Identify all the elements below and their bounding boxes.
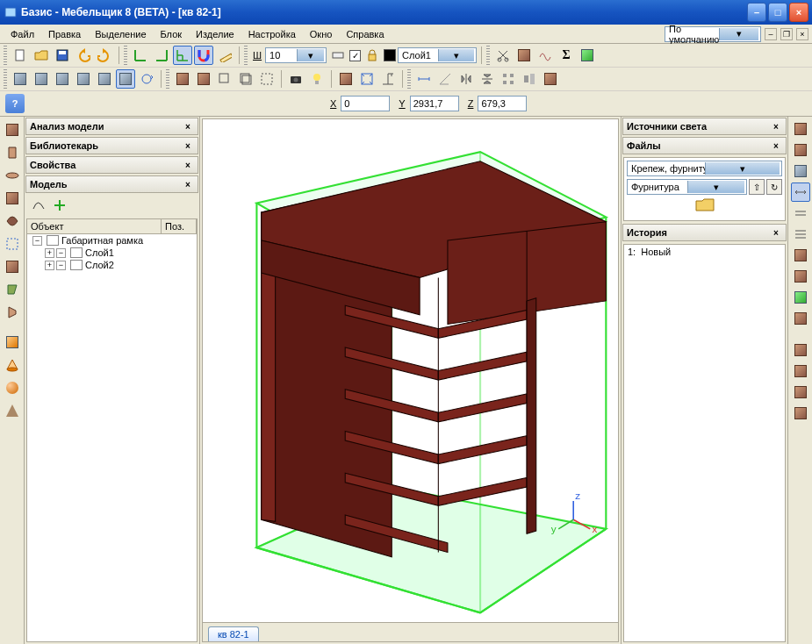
expand-icon[interactable]: +: [45, 248, 54, 258]
dim-button[interactable]: [414, 69, 434, 89]
new-button[interactable]: [11, 46, 30, 65]
rt-box-stack-button[interactable]: [791, 309, 810, 328]
mdi-close-button[interactable]: ×: [796, 28, 808, 40]
rt-hardware-button[interactable]: [791, 161, 810, 181]
furniture-combo[interactable]: Фурнитура▾: [627, 179, 747, 195]
ruler-button[interactable]: [215, 46, 234, 65]
panel-profile2-button[interactable]: [2, 302, 23, 323]
view-front-button[interactable]: [11, 69, 30, 89]
solid-pyramid-button[interactable]: [2, 400, 23, 421]
close-icon[interactable]: ×: [182, 140, 194, 152]
panel-box-button[interactable]: [2, 256, 23, 277]
mirror-v-button[interactable]: [478, 69, 497, 89]
path-icon[interactable]: [30, 197, 47, 214]
close-icon[interactable]: ×: [770, 120, 782, 132]
folder-icon[interactable]: [627, 195, 782, 218]
panel-analysis[interactable]: Анализ модели×: [25, 118, 198, 135]
x-input[interactable]: [341, 96, 390, 111]
menu-product[interactable]: Изделие: [189, 26, 241, 42]
panel-lights[interactable]: Источники света×: [622, 118, 787, 135]
help-button[interactable]: ?: [5, 94, 25, 113]
panel-block-button[interactable]: [2, 188, 23, 209]
undo-button[interactable]: [74, 46, 93, 65]
document-tab[interactable]: кв 82-1: [208, 626, 259, 641]
array-button[interactable]: [499, 69, 518, 89]
rt-part-add-button[interactable]: [791, 404, 810, 423]
collapse-icon[interactable]: −: [56, 261, 66, 270]
panel-board-button[interactable]: [2, 142, 23, 163]
crane-button[interactable]: [378, 69, 398, 89]
rt-part1-button[interactable]: [791, 340, 810, 360]
mdi-restore-button[interactable]: ❐: [780, 28, 793, 40]
magnet-button[interactable]: [194, 46, 213, 65]
width-combo[interactable]: 10▾: [265, 47, 327, 63]
bulb-button[interactable]: [307, 69, 327, 89]
rt-screw1-button[interactable]: [791, 182, 810, 202]
panel-bent-button[interactable]: [2, 211, 23, 232]
rt-screw2-button[interactable]: [791, 204, 810, 223]
shade-solid-button[interactable]: [173, 69, 192, 89]
mirror-h-button[interactable]: [456, 69, 476, 89]
shade-textured-button[interactable]: [194, 69, 213, 89]
maximize-button[interactable]: □: [768, 3, 787, 22]
align-button[interactable]: [520, 69, 539, 89]
collapse-icon[interactable]: −: [32, 236, 42, 246]
folder-up-button[interactable]: ⇧: [749, 179, 765, 195]
close-button[interactable]: ×: [789, 3, 808, 22]
minimize-button[interactable]: –: [747, 3, 766, 22]
solid-sphere-button[interactable]: [2, 377, 23, 398]
view-rotate-button[interactable]: [137, 69, 156, 89]
z-input[interactable]: [478, 96, 527, 111]
view-iso-button[interactable]: [116, 69, 135, 89]
close-icon[interactable]: ×: [182, 178, 194, 190]
lock-icon[interactable]: [363, 46, 382, 65]
rt-part-del-button[interactable]: [791, 383, 810, 402]
panel-profile1-button[interactable]: [2, 279, 23, 300]
extents-button[interactable]: [357, 69, 377, 89]
rt-box-green-button[interactable]: [791, 288, 810, 307]
tree-row-layer2[interactable]: + − Слой2: [27, 259, 197, 271]
rt-drawer-button[interactable]: [791, 140, 810, 160]
history-item[interactable]: 1: Новый: [624, 245, 785, 259]
tree-row-root[interactable]: − Габаритная рамка: [27, 234, 197, 247]
mdi-minimize-button[interactable]: –: [765, 28, 777, 40]
solid-cube-button[interactable]: [2, 332, 23, 353]
panel-sheet-button[interactable]: [2, 165, 23, 186]
sum-button[interactable]: Σ: [557, 46, 576, 65]
tree-col-pos[interactable]: Поз.: [162, 219, 197, 233]
rt-part2-button[interactable]: [791, 361, 810, 381]
refresh-button[interactable]: ↻: [766, 179, 782, 195]
close-icon[interactable]: ×: [770, 140, 782, 152]
expand-icon[interactable]: +: [45, 261, 54, 270]
view-left-button[interactable]: [53, 69, 72, 89]
model-tree[interactable]: Объект Поз. − Габаритная рамка + − Слой1…: [26, 218, 198, 642]
open-button[interactable]: [32, 46, 51, 65]
rt-cabinet-button[interactable]: [791, 119, 810, 139]
dim-angle-button[interactable]: [435, 69, 455, 89]
view-top-button[interactable]: [95, 69, 114, 89]
workspace-combo[interactable]: По умолчанию ▾: [665, 26, 761, 42]
menu-settings[interactable]: Настройка: [241, 26, 303, 42]
menu-help[interactable]: Справка: [339, 26, 391, 42]
material-button[interactable]: [328, 46, 348, 65]
close-icon[interactable]: ×: [182, 120, 194, 132]
redo-button[interactable]: [95, 46, 114, 65]
snap-y-button[interactable]: [152, 46, 171, 65]
panel-cube-button[interactable]: [2, 119, 23, 140]
solid-cone-button[interactable]: [2, 354, 23, 376]
shade-hidden-button[interactable]: [257, 69, 277, 89]
file-filter-combo[interactable]: Крепеж, фурнитура (*.f3d,f3dz)▾: [627, 161, 782, 176]
tree-col-object[interactable]: Объект: [27, 219, 162, 233]
cut-button[interactable]: [493, 46, 513, 65]
y-input[interactable]: [410, 96, 459, 111]
settings-cube-button[interactable]: [578, 46, 597, 65]
save-button[interactable]: [53, 46, 72, 65]
view-back-button[interactable]: [32, 69, 51, 89]
close-icon[interactable]: ×: [182, 159, 194, 171]
menu-block[interactable]: Блок: [154, 26, 190, 42]
rt-box1-button[interactable]: [791, 246, 810, 265]
menu-window[interactable]: Окно: [303, 26, 340, 42]
close-icon[interactable]: ×: [770, 226, 782, 239]
view-right-button[interactable]: [74, 69, 93, 89]
add-node-icon[interactable]: [51, 197, 68, 214]
